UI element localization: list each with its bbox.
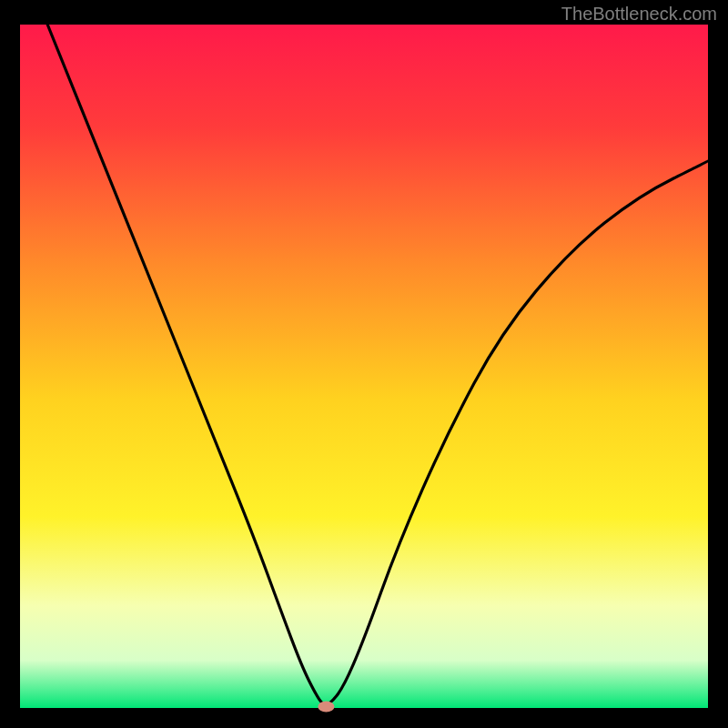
plot-background [20, 25, 708, 708]
chart-container: TheBottleneck.com [0, 0, 728, 728]
bottleneck-chart [0, 0, 728, 728]
optimal-marker [318, 701, 334, 712]
watermark-text: TheBottleneck.com [561, 4, 717, 25]
